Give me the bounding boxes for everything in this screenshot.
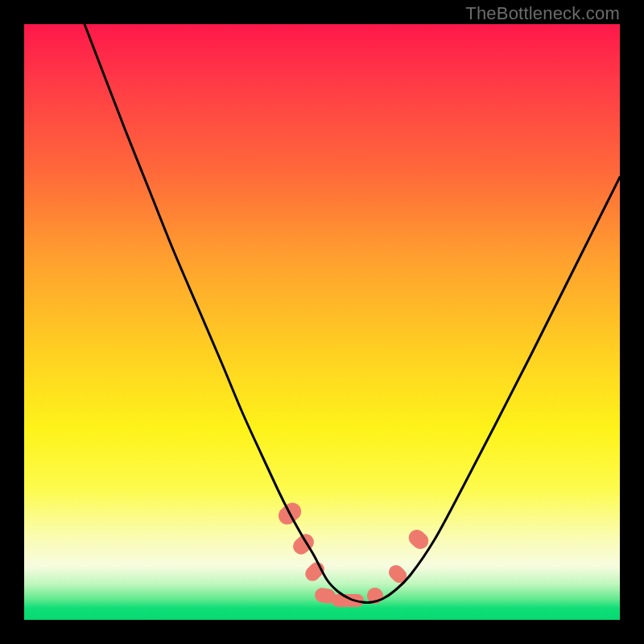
curve-markers	[275, 499, 431, 607]
bottleneck-curve	[85, 24, 620, 603]
curve-marker	[386, 562, 410, 586]
watermark-text: TheBottleneck.com	[465, 3, 620, 24]
curve-svg	[24, 24, 620, 620]
chart-frame: TheBottleneck.com	[0, 0, 644, 644]
plot-area	[24, 24, 620, 620]
